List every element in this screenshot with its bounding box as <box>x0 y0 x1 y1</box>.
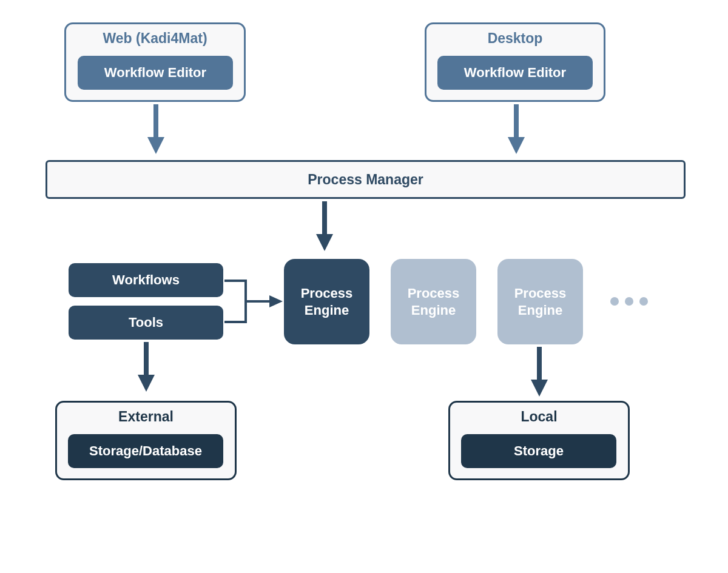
external-storage: Storage/Database <box>68 434 223 468</box>
process-engine-inactive-2: Process Engine <box>497 259 583 344</box>
arrow-pm-to-engine <box>316 201 333 256</box>
diagram-canvas: Web (Kadi4Mat) Workflow Editor Desktop W… <box>0 0 728 573</box>
arrow-web-to-pm <box>147 104 164 159</box>
svg-marker-5 <box>316 234 333 251</box>
arrow-desktop-to-pm <box>508 104 525 159</box>
process-engine-active: Process Engine <box>284 259 369 344</box>
ellipsis-icon <box>610 297 648 306</box>
local-storage: Storage <box>461 434 616 468</box>
process-manager: Process Manager <box>46 160 686 199</box>
svg-marker-7 <box>269 295 283 307</box>
desktop-group-title: Desktop <box>426 30 604 47</box>
arrow-tools-to-external <box>138 342 155 397</box>
svg-marker-3 <box>508 137 525 154</box>
local-group-title: Local <box>450 409 628 425</box>
arrow-engine-to-local <box>531 347 548 401</box>
web-group-title: Web (Kadi4Mat) <box>66 30 244 47</box>
web-workflow-editor: Workflow Editor <box>78 56 233 90</box>
desktop-workflow-editor: Workflow Editor <box>437 56 593 90</box>
workflows-pill: Workflows <box>69 263 223 297</box>
svg-marker-11 <box>531 380 548 397</box>
external-group-title: External <box>57 409 235 425</box>
tools-pill: Tools <box>69 306 223 340</box>
process-engine-inactive-1: Process Engine <box>391 259 476 344</box>
svg-marker-1 <box>147 137 164 154</box>
svg-marker-9 <box>138 375 155 392</box>
connector-wft-to-engine <box>224 276 285 330</box>
